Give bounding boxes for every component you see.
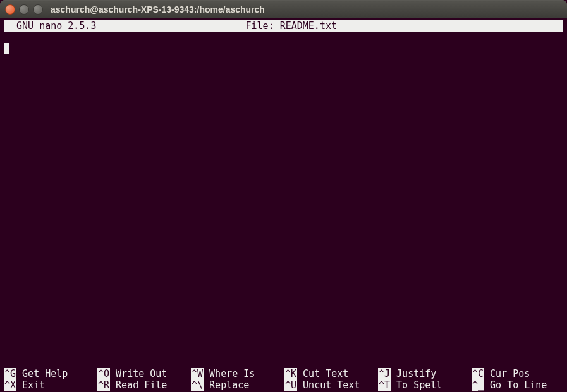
- shortcut-get-help: ^G Get Help: [4, 368, 97, 379]
- minimize-icon[interactable]: [19, 4, 29, 15]
- nano-version: GNU nano 2.5.3: [5, 20, 97, 32]
- shortcut-bar: ^G Get Help ^O Write Out ^W Where Is ^K …: [4, 368, 563, 391]
- window-controls: [5, 4, 43, 15]
- shortcut-replace: ^\ Replace: [191, 379, 284, 391]
- shortcut-uncut-text: ^U Uncut Text: [284, 379, 378, 391]
- shortcut-exit: ^X Exit: [4, 379, 97, 391]
- shortcut-row-2: ^X Exit ^R Read File ^\ Replace ^U Uncut…: [4, 379, 563, 391]
- nano-header: GNU nano 2.5.3 File: README.txt: [4, 20, 563, 32]
- shortcut-where-is: ^W Where Is: [191, 368, 284, 379]
- shortcut-go-to-line: ^_ Go To Line: [472, 379, 565, 391]
- window-titlebar: aschurch@aschurch-XPS-13-9343:/home/asch…: [0, 0, 567, 18]
- shortcut-justify: ^J Justify: [378, 368, 472, 379]
- terminal-content[interactable]: GNU nano 2.5.3 File: README.txt ^G Get H…: [0, 18, 567, 392]
- editor-area[interactable]: [4, 32, 563, 368]
- shortcut-write-out: ^O Write Out: [97, 368, 191, 379]
- shortcut-cur-pos: ^C Cur Pos: [472, 368, 565, 379]
- shortcut-to-spell: ^T To Spell: [378, 379, 472, 391]
- nano-file-label: File: README.txt: [97, 20, 487, 32]
- shortcut-row-1: ^G Get Help ^O Write Out ^W Where Is ^K …: [4, 368, 563, 379]
- text-cursor: [4, 43, 9, 54]
- terminal-window: aschurch@aschurch-XPS-13-9343:/home/asch…: [0, 0, 567, 392]
- window-title: aschurch@aschurch-XPS-13-9343:/home/asch…: [51, 4, 265, 15]
- close-icon[interactable]: [5, 4, 15, 15]
- maximize-icon[interactable]: [33, 4, 43, 15]
- shortcut-cut-text: ^K Cut Text: [284, 368, 378, 379]
- shortcut-read-file: ^R Read File: [97, 379, 191, 391]
